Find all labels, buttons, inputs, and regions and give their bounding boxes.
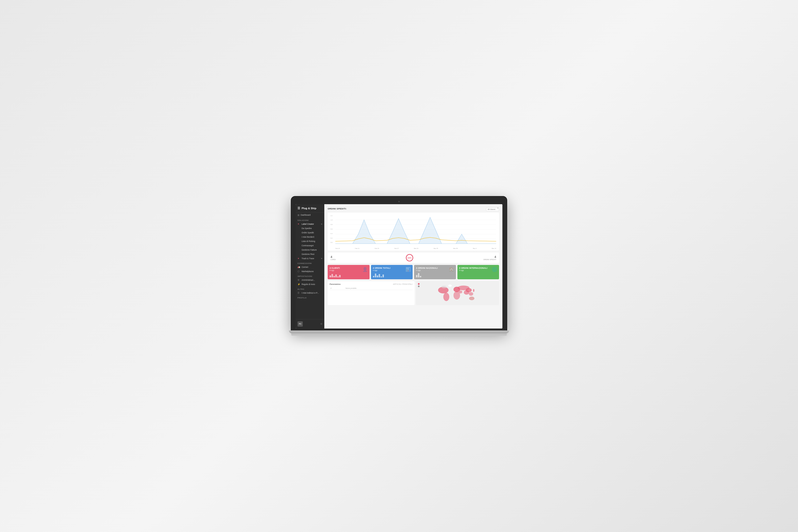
section-profilo: PROFILO [296, 295, 324, 299]
stat-card-ordini-totali: 4 ORDINI TOTALI 4 oggi 📊 [371, 265, 413, 279]
clienti-icon: 👤 [362, 267, 368, 272]
ordini-totali-title: 4 ORDINI TOTALI [373, 267, 411, 269]
chart-dropdown-wrapper[interactable]: 30 Giorni 7 Giorni 90 Giorni [486, 207, 499, 211]
sidebar: ☰ Plug & Ship ⊞ Dashboard SOLUZIONI ✦ La… [296, 204, 324, 328]
progress-row: 4 LORDI 100% 4 ORDINI SPEDITI [328, 252, 499, 263]
panoramica-title: Panoramica [330, 283, 340, 285]
stat-card-ordini-nazionali: 4 ORDINI NAZIONALI 8 oggi 🏠 [414, 265, 456, 279]
amministrazione-label: Amministrazi... [302, 279, 315, 281]
progress-left-label: LORDI [330, 259, 335, 260]
sidebar-item-contrassegni[interactable]: Contrassegni [296, 243, 324, 248]
sidebar-item-amministrazione[interactable]: ⚙ Amministrazi... [296, 278, 324, 282]
sidebar-item-corrieri[interactable]: 🚛 Corrieri [296, 265, 324, 269]
y-label-10: 1.0 [330, 219, 332, 221]
label-creator-icon: ✦ [297, 223, 301, 225]
x-label-mar02: Mar 02 [414, 248, 418, 249]
track-trace-icon: ✦ [297, 257, 301, 260]
contrassegni-label: Contrassegni [302, 244, 313, 247]
x-label-feb16: Feb 16 [335, 248, 340, 249]
y-label-02: 0.2 [330, 238, 332, 239]
svg-point-17 [469, 297, 475, 300]
chart-svg [335, 215, 496, 246]
liste-picking-label: Liste di Picking [302, 240, 315, 243]
ordini-internazionali-bars [459, 273, 497, 277]
app-name: Plug & Ship [302, 207, 316, 210]
sidebar-item-label-creator[interactable]: ✦ Label Creator ▶ [296, 222, 324, 226]
table-empty-cell [330, 290, 413, 291]
menu-icon[interactable]: ☰ [297, 207, 300, 210]
sidebar-item-dashboard[interactable]: ⊞ Dashboard [296, 212, 324, 217]
svg-point-15 [469, 292, 473, 296]
corrieri-label: Corrieri [302, 266, 308, 268]
corrieri-icon: 🚛 [297, 266, 301, 268]
table-body [330, 290, 413, 291]
stat-cards: 4 CLIENTI 8 oggi 👤 4 ORD [328, 265, 499, 279]
progress-left: 4 LORDI [330, 255, 335, 260]
x-label-mar9: Mar 9 [473, 248, 476, 249]
chart-dropdown[interactable]: 30 Giorni 7 Giorni 90 Giorni [486, 208, 499, 211]
section-impostazioni: IMPOSTAZIONI [296, 273, 324, 278]
chart-area: 1.1 1.0 0.8 0.6 0.4 0.2 0.0 [328, 212, 499, 251]
bar2 [418, 273, 419, 277]
ordini-nazionali-icon: 🏠 [449, 267, 454, 272]
x-label-mar05: Mar 05 [433, 248, 438, 249]
articoli-label: ARTICOLI PRINCIPALI [393, 283, 413, 285]
label-creator-label: Label Creator [302, 223, 314, 225]
chart-title: ORDINI SPEDITI: [328, 208, 347, 210]
svg-point-20 [473, 289, 474, 292]
laptop-base [289, 330, 509, 333]
progress-circle: 100% [405, 253, 414, 262]
svg-point-19 [441, 285, 447, 288]
x-label-feb24: Feb 24 [375, 248, 379, 249]
regole-invio-label: Regole di Invio [302, 283, 315, 285]
gestione-fatture-label: Gestione Fatture [302, 249, 317, 251]
bar6 [382, 274, 384, 277]
x-label-feb21: Feb 21 [355, 248, 360, 249]
sidebar-item-indirizzi[interactable]: ☰ I miei indirizzi e P... [296, 291, 324, 295]
progress-right-label: ORDINI SPEDITI [483, 259, 496, 260]
dashboard-icon: ⊞ [297, 214, 300, 216]
svg-point-11 [443, 293, 449, 301]
da-spedire-label: Da Spedire [302, 227, 312, 230]
sidebar-avatar-section: FC ⚙ [296, 319, 324, 328]
regole-invio-icon: ⚡ [297, 283, 301, 285]
svg-point-13 [459, 290, 463, 293]
sidebar-item-gestione-resi[interactable]: Gestione Resi [296, 252, 324, 256]
sidebar-item-regole-invio[interactable]: ⚡ Regole di Invio [296, 282, 324, 286]
sidebar-item-marketplaces[interactable]: ⬡ Marketplaces [296, 269, 324, 273]
sidebar-item-miei-bordero[interactable]: I miei Borderó [296, 235, 324, 239]
bar6 [339, 275, 341, 277]
main-content: ORDINI SPEDITI: 30 Giorni 7 Giorni 90 Gi… [324, 204, 502, 328]
gestione-resi-label: Gestione Resi [302, 253, 314, 255]
sidebar-item-track-trace[interactable]: ✦ Track & Trace ▶ [296, 256, 324, 261]
sidebar-item-gestione-fatture[interactable]: Gestione Fatture [296, 248, 324, 252]
track-trace-arrow: ▶ [321, 258, 322, 260]
sidebar-item-ordini-spediti[interactable]: Ordini Spediti [296, 230, 324, 235]
clienti-title: 4 CLIENTI [330, 267, 368, 269]
sidebar-header: ☰ Plug & Ship [296, 204, 324, 212]
table-col-nome: Nome prodotto [344, 287, 413, 290]
bar2 [331, 274, 333, 277]
avatar-settings-icon[interactable]: ⚙ [320, 323, 322, 325]
avatar[interactable]: FC [297, 321, 303, 327]
x-label-mar14: Mar 14 [492, 248, 496, 249]
bottom-panels: Panoramica ARTICOLI PRINCIPALI # Nome pr… [328, 281, 499, 305]
indirizzi-icon: ☰ [297, 292, 301, 294]
bar3 [420, 276, 421, 277]
bar3 [377, 276, 378, 277]
ordini-totali-subtitle: 4 oggi [373, 269, 411, 271]
screen-bezel: ☰ Plug & Ship ⊞ Dashboard SOLUZIONI ✦ La… [291, 196, 507, 330]
sidebar-item-da-spedire[interactable]: Da Spedire [296, 226, 324, 230]
section-connessioni: CONNESSIONI [296, 261, 324, 265]
panoramica-header: Panoramica ARTICOLI PRINCIPALI [330, 283, 413, 285]
progress-right: 4 ORDINI SPEDITI [483, 255, 496, 260]
amministrazione-icon: ⚙ [297, 279, 301, 281]
y-axis: 1.1 1.0 0.8 0.6 0.4 0.2 0.0 [330, 215, 332, 243]
laptop-bottom [291, 330, 507, 336]
sidebar-item-liste-picking[interactable]: Liste di Picking [296, 239, 324, 243]
progress-circle-text: 100% [407, 257, 412, 259]
ordini-totali-bars [373, 273, 411, 277]
marketplaces-icon: ⬡ [297, 270, 301, 272]
ordini-internazionali-title: 0 ORDINI INTERNAZIONALI [459, 267, 497, 269]
bar4 [335, 274, 337, 277]
